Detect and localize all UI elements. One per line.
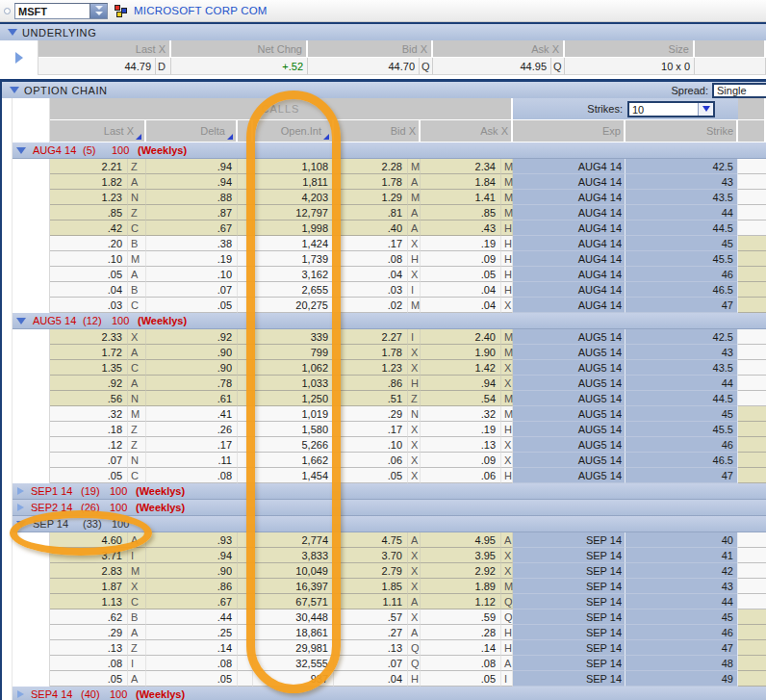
cell-strike[interactable]: 47 xyxy=(626,298,738,313)
cell-last[interactable]: .18 xyxy=(50,422,128,437)
cell-delta[interactable]: .92 xyxy=(146,329,238,345)
group-expand-triangle-icon[interactable] xyxy=(16,521,26,528)
cell-bid[interactable]: .04 xyxy=(334,671,408,687)
cell-last-exch[interactable]: A xyxy=(128,532,146,548)
cell-last[interactable]: .85 xyxy=(50,205,128,220)
cell-ask-exch[interactable]: H xyxy=(501,282,513,298)
cell-last[interactable]: .07 xyxy=(50,453,128,468)
cell-ask[interactable]: 2.40 xyxy=(421,329,501,345)
cell-bid[interactable]: 2.79 xyxy=(334,563,408,579)
cell-last-exch[interactable]: I xyxy=(128,656,146,671)
cell-last-exch[interactable]: C xyxy=(128,468,146,483)
group-expand-triangle-icon[interactable] xyxy=(16,318,26,324)
cell-ask-exch[interactable]: M xyxy=(501,579,513,594)
cell-ask-exch[interactable]: H xyxy=(501,267,513,282)
cell-bid-exch[interactable]: X xyxy=(408,422,421,437)
cell-delta[interactable]: .94 xyxy=(146,174,238,190)
cell-last-exch[interactable]: M xyxy=(128,563,146,579)
cell-last[interactable]: .08 xyxy=(50,656,128,671)
cell-last-exch[interactable]: A xyxy=(128,267,146,282)
cell-bid[interactable]: .10 xyxy=(334,437,408,453)
cell-bid[interactable]: .05 xyxy=(334,468,408,483)
cell-exp[interactable]: AUG4 14 xyxy=(513,298,626,313)
underlying-section-header[interactable]: UNDERLYING xyxy=(0,24,766,40)
cell-strike[interactable]: 49 xyxy=(626,671,738,687)
cell-last[interactable]: 1.13 xyxy=(50,594,128,609)
cell-strike[interactable]: 44 xyxy=(626,205,738,220)
cell-ask-exch[interactable]: H xyxy=(501,251,513,267)
symbol-input-combo[interactable]: MSFT xyxy=(14,3,108,19)
col-header-bid[interactable]: Bid X xyxy=(308,40,433,58)
cell-open-int[interactable]: 799 xyxy=(253,345,334,360)
col-header-open-int[interactable]: Open.Int xyxy=(253,120,334,143)
cell-ask-exch[interactable]: M xyxy=(501,159,513,174)
cell-delta[interactable]: .10 xyxy=(146,267,238,282)
cell-last-exch[interactable]: B xyxy=(128,282,146,298)
cell-delta[interactable]: .90 xyxy=(146,360,238,376)
cell-ask-exch[interactable]: M xyxy=(501,174,513,190)
cell-strike[interactable]: 46 xyxy=(626,267,738,282)
cell-ask[interactable]: 1.12 xyxy=(421,594,501,609)
cell-strike[interactable]: 42 xyxy=(626,563,738,579)
cell-bid[interactable]: .08 xyxy=(334,251,408,267)
cell-delta[interactable]: .67 xyxy=(146,220,238,236)
cell-open-int[interactable]: 12,797 xyxy=(253,205,334,220)
cell-bid-exch[interactable]: A xyxy=(408,625,421,640)
cell-bid-exch[interactable]: M xyxy=(408,298,421,313)
expiration-group-row[interactable]: SEP1 14 (19) 100 (Weeklys) xyxy=(2,483,766,500)
cell-open-int[interactable]: 10,049 xyxy=(253,563,334,579)
cell-open-int[interactable]: 1,662 xyxy=(253,453,334,468)
cell-bid[interactable]: .06 xyxy=(334,453,408,468)
cell-last[interactable]: .10 xyxy=(50,251,128,267)
cell-exp[interactable]: AUG4 14 xyxy=(513,174,626,190)
cell-ask-exch[interactable]: H xyxy=(501,468,513,483)
group-expand-triangle-icon[interactable] xyxy=(17,504,24,511)
cell-ask[interactable]: 4.95 xyxy=(421,532,501,548)
cell-bid[interactable]: .86 xyxy=(334,376,408,391)
cell-bid-exch[interactable]: X xyxy=(408,563,421,579)
cell-exp[interactable]: AUG5 14 xyxy=(513,406,626,422)
cell-ask-exch[interactable]: X xyxy=(501,548,513,563)
cell-last[interactable]: 3.71 xyxy=(50,548,128,563)
cell-strike[interactable]: 43.5 xyxy=(626,190,738,205)
cell-ask[interactable]: 1.41 xyxy=(421,190,501,205)
cell-ask-exch[interactable]: M xyxy=(501,391,513,406)
cell-delta[interactable]: .26 xyxy=(146,422,238,437)
cell-exp[interactable]: AUG5 14 xyxy=(513,437,626,453)
cell-ask[interactable]: 3.95 xyxy=(421,548,501,563)
cell-exp[interactable]: SEP 14 xyxy=(513,563,626,579)
cell-delta[interactable]: .19 xyxy=(146,251,238,267)
cell-ask-exch[interactable]: Q xyxy=(501,609,513,625)
cell-open-int[interactable]: 3,833 xyxy=(253,548,334,563)
cell-ask-exch[interactable]: A xyxy=(501,532,513,548)
cell-last[interactable]: 2.83 xyxy=(50,563,128,579)
cell-bid-exch[interactable]: X xyxy=(408,579,421,594)
cell-bid-exch[interactable]: A xyxy=(408,220,421,236)
cell-open-int[interactable]: 1,998 xyxy=(253,220,334,236)
col-header-strike[interactable]: Strike xyxy=(626,120,738,143)
cell-last[interactable]: .29 xyxy=(50,625,128,640)
col-header-net-chng[interactable]: Net Chng xyxy=(171,40,308,58)
cell-last[interactable]: .05 xyxy=(50,267,128,282)
cell-delta[interactable]: .05 xyxy=(146,298,238,313)
cell-ask-exch[interactable]: H xyxy=(501,236,513,251)
cell-strike[interactable]: 40 xyxy=(626,532,738,548)
cell-ask[interactable]: .28 xyxy=(421,625,501,640)
cell-ask[interactable]: .59 xyxy=(421,609,501,625)
cell-delta[interactable]: .67 xyxy=(146,594,238,609)
cell-strike[interactable]: 45 xyxy=(626,406,738,422)
cell-last[interactable]: 1.72 xyxy=(50,345,128,360)
cell-last[interactable]: .05 xyxy=(50,671,128,687)
cell-exp[interactable]: AUG4 14 xyxy=(513,159,626,174)
cell-open-int[interactable]: 1,250 xyxy=(253,391,334,406)
cell-last-exch[interactable]: C xyxy=(128,594,146,609)
cell-exp[interactable]: AUG5 14 xyxy=(513,453,626,468)
cell-bid[interactable]: .81 xyxy=(334,205,408,220)
col-header-ask[interactable]: Ask X xyxy=(433,40,565,58)
cell-exp[interactable]: AUG5 14 xyxy=(513,329,626,345)
cell-bid[interactable]: .57 xyxy=(334,609,408,625)
cell-ask-exch[interactable]: X xyxy=(501,437,513,453)
cell-ask[interactable]: .13 xyxy=(421,437,501,453)
cell-bid-exch[interactable]: I xyxy=(408,329,421,345)
cell-bid[interactable]: .04 xyxy=(334,267,408,282)
